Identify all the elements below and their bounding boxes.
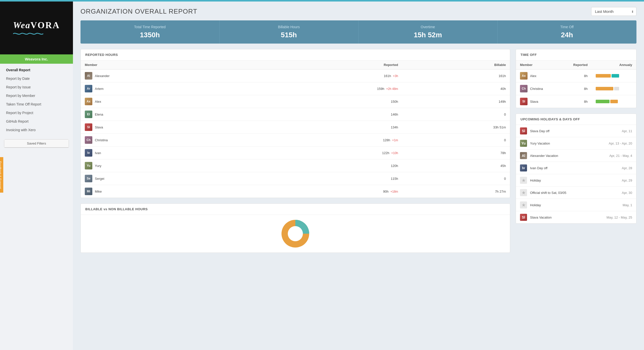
table-row: El Elena 146h 0 (81, 108, 510, 121)
time-off-member-cell: Sl Slava (516, 95, 560, 108)
member-cell: Al Alexander (81, 69, 251, 82)
stat-time-off: Time Off 24h (498, 20, 637, 44)
stats-bar: Total Time Reported 1350h Billable Hours… (80, 20, 636, 44)
org-button[interactable]: Weavora Inc. (0, 54, 73, 64)
billable-cell: 0 (402, 134, 510, 147)
sidebar-item-report-by-member[interactable]: Report by Member (0, 91, 73, 100)
avatar: Al (85, 72, 92, 80)
member-cell: Yu Yury (81, 159, 251, 172)
holiday-name: Slava Day off (530, 129, 619, 133)
table-row: Ax Alex 8h (516, 69, 636, 82)
overtime-badge: +10h (391, 151, 398, 155)
holiday-icon: ★ (520, 177, 527, 184)
sidebar-item-overall-report[interactable]: Overall Report (0, 66, 73, 74)
table-row: Sl Slava 8h (516, 95, 636, 108)
annual-bar (596, 100, 632, 103)
overtime-badge: +2h 48m (386, 87, 398, 91)
reported-cell: 122h +10h (251, 147, 402, 159)
billable-cell: 7h 27m (402, 185, 510, 198)
avatar: Mi (85, 188, 92, 195)
list-item: Al Alexander Vacation Apr, 21 - May, 4 (516, 150, 636, 162)
table-row: Ch Christina 128h +1m 0 (81, 134, 510, 147)
stat-total-time-value: 1350h (87, 31, 213, 39)
feedback-tab[interactable]: Feedback & Support (0, 157, 3, 193)
holidays-header: UPCOMING HOLIDAYS & DAYS OFF (516, 114, 636, 125)
avatar: Yu (85, 162, 92, 169)
sidebar-item-github-report[interactable]: GitHub Report (0, 117, 73, 126)
billable-pie-chart (270, 220, 320, 248)
member-name: Alex (95, 100, 101, 103)
billable-chart-header: BILLABLE vs NON BILLABLE HOURS (81, 204, 510, 215)
holiday-name: Holiday (530, 203, 620, 207)
holiday-date: Apr, 29 (622, 179, 632, 182)
holiday-icon: Sl (520, 127, 527, 134)
holiday-date: Apr, 30 (622, 191, 632, 195)
list-item: ★ Holiday May, 1 (516, 199, 636, 211)
sidebar-item-report-by-project[interactable]: Report by Project (0, 109, 73, 117)
reported-hours-card: REPORTED HOURS Member Reported Billable (80, 49, 510, 198)
time-off-annually (592, 95, 636, 108)
col-member: Member (81, 60, 251, 69)
sidebar-item-invoicing-xero[interactable]: Invoicing with Xero (0, 126, 73, 134)
avatar: Ax (85, 98, 92, 105)
time-off-member-cell: Ch Christina (516, 82, 560, 95)
sidebar-nav: Overall Report Report by Date Report by … (0, 64, 73, 136)
sidebar-item-report-by-date[interactable]: Report by Date (0, 74, 73, 83)
annual-bar (596, 87, 632, 90)
stat-billable: Billable Hours 515h (220, 20, 359, 44)
svg-point-1 (288, 226, 303, 241)
reported-hours-table: Member Reported Billable Al Alexander 16… (81, 60, 510, 198)
holiday-icon: Iv (520, 164, 527, 171)
reported-cell: 161h +3h (251, 69, 402, 82)
table-row: Se Sergei 115h 0 (81, 172, 510, 185)
holidays-list: Sl Slava Day off Apr, 11 Yu Yury Vacatio… (516, 125, 636, 223)
list-item: Sl Slava Day off Apr, 11 (516, 125, 636, 137)
table-row: Yu Yury 120h 45h (81, 159, 510, 172)
table-row: Sl Slava 134h 33h 51m (81, 121, 510, 134)
table-row: Al Alexander 161h +3h 161h (81, 69, 510, 82)
member-name: Sergei (95, 177, 104, 181)
holiday-icon: ★ (520, 189, 527, 196)
two-col-layout: REPORTED HOURS Member Reported Billable (80, 49, 636, 258)
holiday-icon: Al (520, 152, 527, 159)
time-off-reported: 8h (560, 69, 592, 82)
stat-overtime-label: Overtime (365, 25, 491, 29)
member-cell: Ch Christina (81, 134, 251, 147)
holiday-icon: Sl (520, 214, 527, 221)
member-cell: Ar Artem (81, 82, 251, 95)
time-off-reported: 8h (560, 95, 592, 108)
saved-filters-panel: Saved Filters (4, 139, 69, 148)
avatar: Ch (520, 85, 528, 92)
stat-billable-label: Billable Hours (226, 25, 352, 29)
col-reported: Reported (251, 60, 402, 69)
billable-cell: 149h (402, 95, 510, 108)
sidebar-item-report-by-issue[interactable]: Report by Issue (0, 83, 73, 91)
reported-cell: 120h (251, 159, 402, 172)
stat-overtime: Overtime 15h 52m (358, 20, 498, 44)
reported-cell: 90h +18m (251, 185, 402, 198)
member-name: Alex (530, 74, 536, 78)
member-cell: Se Sergei (81, 172, 251, 185)
holiday-date: May, 1 (623, 203, 632, 207)
holiday-icon: ★ (520, 201, 527, 208)
bar-segment (596, 74, 611, 78)
reported-cell: 150h (251, 95, 402, 108)
holidays-card: UPCOMING HOLIDAYS & DAYS OFF Sl Slava Da… (516, 114, 636, 224)
holiday-date: Apr, 11 (622, 129, 632, 133)
period-select[interactable]: Last Month This Month Last Week This Wee… (591, 7, 636, 16)
bar-segment (596, 100, 610, 103)
avatar: Sl (85, 123, 92, 131)
reported-cell: 115h (251, 172, 402, 185)
billable-cell: 33h 51m (402, 121, 510, 134)
billable-cell: 0 (402, 108, 510, 121)
time-off-card: TIME OFF Member Reported Annualy Ax (516, 49, 636, 108)
overtime-badge: +3h (393, 74, 398, 78)
holiday-name: Alexander Vacation (530, 154, 606, 158)
left-column: REPORTED HOURS Member Reported Billable (80, 49, 510, 258)
overtime-badge: +1m (392, 138, 398, 142)
sidebar-item-taken-time-off[interactable]: Taken Time Off Report (0, 100, 73, 109)
avatar: Iv (85, 149, 92, 157)
bar-segment (610, 100, 618, 103)
list-item: Yu Yury Vacation Apr, 13 - Apr, 20 (516, 137, 636, 150)
sidebar: WeaVORA Weavora Inc. Overall Report Repo… (0, 2, 73, 350)
